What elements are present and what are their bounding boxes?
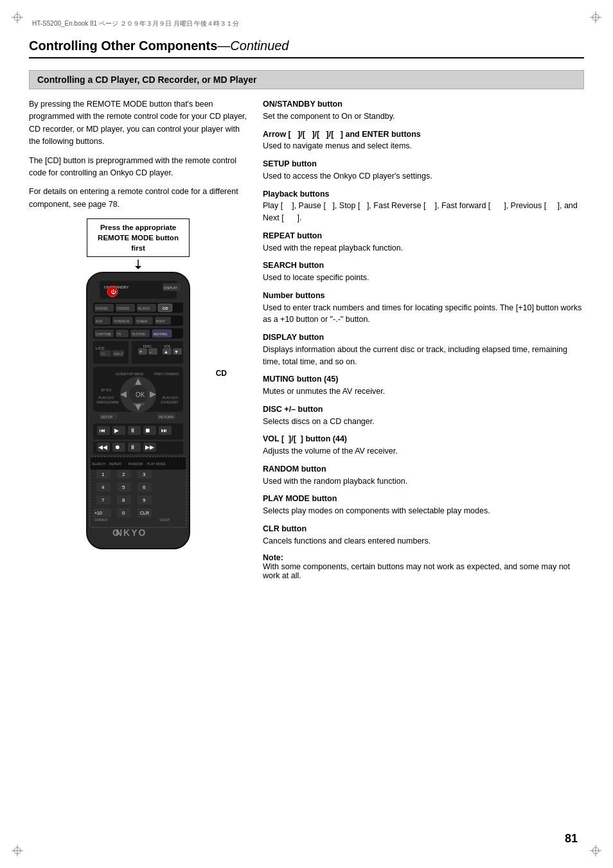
svg-text:MUTING: MUTING	[154, 332, 168, 336]
svg-text:▶: ▶	[114, 427, 119, 434]
btn-desc-playback: Playback buttons Play [ ], Pause [ ], St…	[263, 188, 584, 224]
btn-desc-muting-text: Mutes or unmutes the AV receiver.	[263, 387, 385, 396]
svg-text:DISPLAY: DISPLAY	[164, 286, 177, 290]
corner-mark-tl	[12, 12, 23, 23]
btn-desc-search-text: Used to locate specific points.	[263, 273, 369, 282]
svg-text:PORT: PORT	[156, 319, 165, 323]
svg-text:NKYO: NKYO	[116, 527, 147, 538]
corner-mark-br	[590, 845, 601, 856]
svg-text:4: 4	[102, 484, 105, 490]
btn-desc-play-mode: PLAY MODE button Selects play modes on c…	[263, 493, 584, 517]
svg-text:CD: CD	[163, 306, 168, 310]
cd-label: CD	[216, 369, 227, 378]
svg-text:7: 7	[102, 497, 105, 503]
svg-text:PLAYLIST/: PLAYLIST/	[98, 396, 114, 400]
remote-illustration: ON/STANDBY ⏻ DISPLAY DVD/SD CD/DVD	[67, 269, 209, 560]
svg-text:TV: TV	[117, 332, 121, 336]
svg-text:PREV CH/MENU: PREV CH/MENU	[154, 372, 179, 376]
svg-text:▲: ▲	[164, 350, 168, 354]
remote-diagram-container: Press the appropriateREMOTE MODE button …	[29, 218, 247, 560]
right-column: ON/STANDBY button Set the component to O…	[263, 98, 584, 580]
callout-box: Press the appropriateREMOTE MODE button …	[87, 218, 190, 257]
btn-desc-number-text: Used to enter track numbers and times fo…	[263, 303, 582, 324]
svg-text:CATEGORY: CATEGORY	[161, 400, 179, 404]
svg-text:CHR/TIME: CHR/TIME	[96, 332, 112, 336]
btn-name-muting: MUTING button (45)	[263, 375, 338, 384]
svg-text:DISC: DISC	[143, 344, 152, 348]
btn-name-setup: SETUP button	[263, 159, 317, 168]
btn-name-playback: Playback buttons	[263, 190, 330, 199]
svg-text:SETUP: SETUP	[101, 415, 113, 419]
svg-text:RANDOM: RANDOM	[129, 462, 143, 466]
svg-text:CLR: CLR	[140, 511, 149, 515]
svg-text:1: 1	[102, 472, 105, 477]
btn-desc-search: SEARCH button Used to locate specific po…	[263, 260, 584, 284]
section-header: Controlling a CD Player, CD Recorder, or…	[29, 70, 584, 89]
btn-name-random: RANDOM button	[263, 465, 326, 474]
svg-text:TV: TV	[101, 352, 105, 356]
svg-text:L/CD: L/CD	[96, 346, 105, 350]
svg-text:⏸: ⏸	[130, 427, 136, 434]
svg-text:⏭: ⏭	[161, 427, 167, 434]
svg-text:SEARCH: SEARCH	[92, 462, 105, 466]
btn-name-vol: VOL [ ]/[ ] button (44)	[263, 434, 347, 443]
svg-text:TV/SIRIUS: TV/SIRIUS	[114, 319, 130, 323]
btn-name-play-mode: PLAY MODE button	[263, 494, 337, 503]
btn-name-clr: CLR button	[263, 524, 306, 533]
btn-name-arrow: Arrow [ ]/[ ]/[ ]/[ ] and ENTER buttons	[263, 130, 421, 139]
intro-para-3: For details on entering a remote control…	[29, 186, 247, 211]
svg-text:0: 0	[122, 510, 125, 516]
btn-desc-vol-text: Adjusts the volume of the AV receiver.	[263, 447, 398, 456]
svg-text:6: 6	[143, 484, 146, 490]
svg-text:SLEEP: SLEEP	[159, 518, 170, 522]
btn-desc-repeat: REPEAT button Used with the repeat playb…	[263, 230, 584, 254]
btn-name-disc: DISC +/– button	[263, 405, 323, 414]
btn-desc-playback-text: Play [ ], Pause [ ], Stop [ ], Fast Reve…	[263, 201, 578, 222]
corner-mark-bl	[12, 845, 23, 856]
svg-text:ENTER: ENTER	[134, 402, 145, 406]
svg-text:5: 5	[122, 484, 125, 490]
svg-text:DIMMER: DIMMER	[94, 518, 108, 522]
svg-text:8: 8	[122, 497, 125, 503]
svg-text:PLAY MODE: PLAY MODE	[147, 462, 166, 466]
svg-text:◀◀: ◀◀	[98, 444, 107, 450]
btn-desc-display-text: Displays information about the current d…	[263, 345, 567, 366]
corner-mark-tr	[590, 12, 601, 23]
two-col-layout: By pressing the REMOTE MODE button that'…	[29, 98, 584, 580]
svg-text:TESTING: TESTING	[132, 332, 146, 336]
btn-desc-arrow: Arrow [ ]/[ ]/[ ]/[ ] and ENTER buttons …	[263, 128, 584, 153]
note-label: Note:	[263, 553, 283, 562]
btn-desc-play-mode-text: Selects play modes on components with se…	[263, 506, 490, 515]
note-text: With some components, certain buttons ma…	[263, 562, 570, 580]
btn-desc-clr-text: Cancels functions and clears entered num…	[263, 536, 431, 545]
page-title: Controlling Other Components—Continued	[29, 39, 584, 58]
remote-svg: ON/STANDBY ⏻ DISPLAY DVD/SD CD/DVD	[67, 269, 209, 558]
btn-desc-random: RANDOM button Used with the random playb…	[263, 463, 584, 488]
btn-name-display: DISPLAY button	[263, 333, 324, 342]
svg-text:RETURN: RETURN	[159, 415, 173, 419]
btn-desc-on-standby-text: Set the component to On or Standby.	[263, 112, 395, 121]
btn-desc-vol: VOL [ ]/[ ] button (44) Adjusts the volu…	[263, 433, 584, 457]
svg-text:9: 9	[143, 497, 146, 503]
svg-text:⏹: ⏹	[145, 427, 150, 434]
btn-desc-disc-text: Selects discs on a CD changer.	[263, 417, 375, 426]
btn-desc-clr: CLR button Cancels functions and clears …	[263, 523, 584, 547]
svg-text:TUNER: TUNER	[136, 319, 148, 323]
svg-text:2: 2	[122, 472, 125, 477]
intro-para-2: The [CD] button is preprogrammed with th…	[29, 155, 247, 180]
btn-desc-random-text: Used with the random playback function.	[263, 477, 407, 486]
svg-text:PLAYLIST/: PLAYLIST/	[163, 396, 179, 400]
svg-text:GUIDE/TOP MENU: GUIDE/TOP MENU	[116, 372, 144, 376]
svg-text:SP R/S: SP R/S	[101, 388, 112, 392]
btn-desc-arrow-text: Used to navigate menus and select items.	[263, 141, 412, 150]
svg-text:+10: +10	[94, 511, 102, 515]
svg-text:VIDEO(DOWN): VIDEO(DOWN)	[96, 400, 119, 404]
svg-text:▼: ▼	[174, 350, 179, 354]
svg-text:⏮: ⏮	[100, 427, 105, 434]
svg-text:REPEAT: REPEAT	[109, 462, 122, 466]
btn-name-number: Number buttons	[263, 291, 325, 300]
svg-text:⏸: ⏸	[130, 444, 136, 450]
svg-text:⏺: ⏺	[114, 444, 120, 450]
btn-desc-setup-text: Used to access the Onkyo CD player's set…	[263, 172, 432, 181]
svg-text:OK: OK	[136, 391, 145, 398]
